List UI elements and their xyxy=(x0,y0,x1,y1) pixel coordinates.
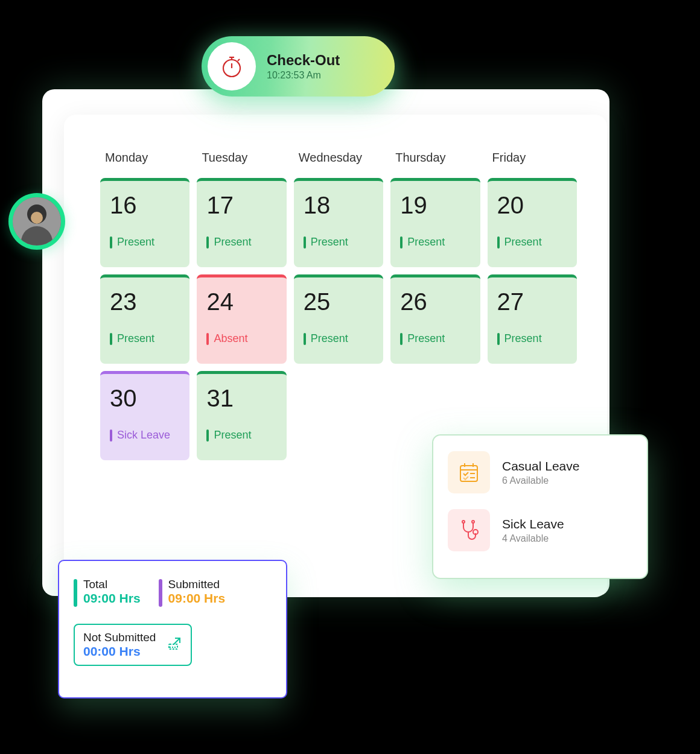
day-number: 30 xyxy=(110,385,180,412)
calendar-day-cell[interactable]: 18Present xyxy=(294,178,383,267)
calendar-day-cell[interactable]: 23Present xyxy=(100,274,189,364)
calendar-grid: 16Present17Present18Present19Present20Pr… xyxy=(100,178,577,460)
day-status: Absent xyxy=(206,332,276,345)
day-status: Present xyxy=(400,236,470,249)
calendar-day-cell[interactable]: 19Present xyxy=(390,178,480,267)
calendar-day-cell[interactable]: 17Present xyxy=(197,178,286,267)
calendar-day-cell[interactable]: 25Present xyxy=(294,274,383,364)
day-number: 16 xyxy=(110,192,180,219)
day-headers-row: Monday Tuesday Wednesday Thursday Friday xyxy=(100,151,577,165)
day-status: Present xyxy=(497,236,567,249)
open-icon xyxy=(167,636,182,654)
calendar-day-cell[interactable]: 27Present xyxy=(488,274,577,364)
checkout-label-group: Check-Out 10:23:53 Am xyxy=(267,52,340,81)
sick-leave-item[interactable]: Sick Leave 4 Available xyxy=(448,509,632,551)
checkout-title: Check-Out xyxy=(267,52,340,69)
day-status: Sick Leave xyxy=(110,429,180,442)
day-number: 18 xyxy=(304,192,374,219)
checkout-time: 10:23:53 Am xyxy=(267,70,340,81)
day-status: Present xyxy=(400,332,470,345)
total-label: Total xyxy=(83,578,141,591)
calendar-check-icon xyxy=(448,451,490,493)
calendar-day-cell[interactable]: 24Absent xyxy=(197,274,286,364)
svg-point-16 xyxy=(462,521,465,523)
day-header: Monday xyxy=(100,151,189,165)
day-number: 24 xyxy=(206,288,276,315)
calendar-day-cell[interactable]: 30Sick Leave xyxy=(100,371,189,460)
day-header: Thursday xyxy=(390,151,480,165)
day-number: 19 xyxy=(400,192,470,219)
svg-line-4 xyxy=(238,59,240,61)
calendar-day-cell[interactable]: 16Present xyxy=(100,178,189,267)
submitted-hours: Submitted 09:00 Hrs xyxy=(159,578,226,607)
day-status: Present xyxy=(304,332,374,345)
submitted-label: Submitted xyxy=(168,578,226,591)
casual-leave-item[interactable]: Casual Leave 6 Available xyxy=(448,451,632,493)
checkout-button[interactable]: Check-Out 10:23:53 Am xyxy=(202,36,395,97)
day-status: Present xyxy=(497,332,567,345)
day-number: 20 xyxy=(497,192,567,219)
not-submitted-label: Not Submitted xyxy=(83,631,156,644)
leave-balance-card: Casual Leave 6 Available Sick Leave 4 Av… xyxy=(432,434,648,579)
svg-point-17 xyxy=(472,521,474,523)
sick-leave-avail: 4 Available xyxy=(502,533,564,544)
hours-summary-card: Total 09:00 Hrs Submitted 09:00 Hrs Not … xyxy=(58,560,287,699)
day-status: Present xyxy=(304,236,374,249)
day-number: 25 xyxy=(304,288,374,315)
not-submitted-button[interactable]: Not Submitted 00:00 Hrs xyxy=(74,624,192,666)
total-value: 09:00 Hrs xyxy=(83,591,141,606)
day-status: Present xyxy=(206,429,276,442)
user-avatar[interactable] xyxy=(8,193,65,250)
day-number: 17 xyxy=(206,192,276,219)
submitted-value: 09:00 Hrs xyxy=(168,591,226,606)
day-number: 31 xyxy=(206,385,276,412)
not-submitted-value: 00:00 Hrs xyxy=(83,644,156,659)
stopwatch-icon xyxy=(208,42,256,90)
day-header: Wednesday xyxy=(294,151,383,165)
calendar-day-cell[interactable]: 26Present xyxy=(390,274,480,364)
casual-leave-avail: 6 Available xyxy=(502,475,579,486)
avatar-image xyxy=(13,197,61,246)
day-header: Friday xyxy=(488,151,577,165)
sick-leave-name: Sick Leave xyxy=(502,517,564,531)
calendar-day-cell[interactable]: 20Present xyxy=(488,178,577,267)
day-number: 26 xyxy=(400,288,470,315)
day-number: 27 xyxy=(497,288,567,315)
day-header: Tuesday xyxy=(197,151,286,165)
svg-point-7 xyxy=(31,212,43,224)
total-hours: Total 09:00 Hrs xyxy=(74,578,141,607)
day-status: Present xyxy=(110,236,180,249)
calendar-day-cell[interactable]: 31Present xyxy=(197,371,286,460)
day-status: Present xyxy=(110,332,180,345)
casual-leave-name: Casual Leave xyxy=(502,459,579,474)
stethoscope-icon xyxy=(448,509,490,551)
day-number: 23 xyxy=(110,288,180,315)
day-status: Present xyxy=(206,236,276,249)
